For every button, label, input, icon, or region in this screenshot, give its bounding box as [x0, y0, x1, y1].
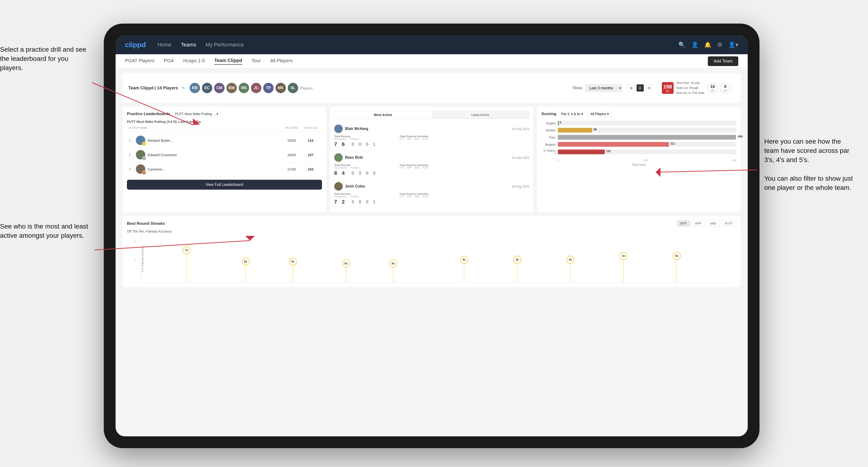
tablet-screen: clippd Home Teams My Performance 🔍 👤 🔔 ⚙… — [116, 35, 748, 436]
pac-stats-header-2: Total Rounds Tournament Practice Total P… — [334, 164, 529, 169]
shot-circle-1: 16 yds — [707, 83, 718, 93]
bell-icon[interactable]: 🔔 — [704, 41, 711, 48]
streak-dot: 4x — [566, 256, 574, 283]
leaderboard-subtitle: PUTT Must Make Putting (3-6 ft), Last 3 … — [127, 120, 322, 124]
leaderboard-header: Practice Leaderboards PUTT Must Make Put… — [127, 111, 322, 117]
avatar-4[interactable]: BM — [226, 83, 237, 93]
practice-leaderboard-panel: Practice Leaderboards PUTT Must Make Put… — [123, 106, 326, 212]
sub-nav-team[interactable]: Team Clippd — [214, 58, 242, 65]
pac-header-2: Rees Britt 02 Sep 2023 — [334, 153, 529, 162]
scoring-header: Scoring Par 3, 4 & 5s ▾ All Players ▾ — [541, 111, 736, 117]
eagles-bar: Eagles 3 — [541, 121, 736, 125]
bar-axis: 0 200 400 — [541, 159, 736, 162]
activity-card-2: Rees Britt 02 Sep 2023 Total Rounds Tour… — [334, 151, 529, 179]
streaks-header: Best Round Streaks OTT APP ARG PUTT — [127, 220, 736, 227]
least-active-tab[interactable]: Least Active — [432, 111, 529, 119]
chevron-down-icon-par: ▾ — [582, 112, 583, 116]
logo: clippd — [125, 41, 146, 49]
nav-links: Home Teams My Performance — [158, 42, 244, 48]
view-full-leaderboard-button[interactable]: View Full Leaderboard — [127, 180, 322, 190]
avatar-5[interactable]: RB — [239, 83, 249, 93]
sub-nav-pga[interactable]: PGA — [164, 58, 174, 64]
birdies-bar: Birdies 96 — [541, 128, 736, 132]
avatar-9[interactable]: SL — [288, 83, 298, 93]
total-rounds-header: Total Rounds Tournament Practice — [334, 135, 399, 140]
streak-dot: 6x — [242, 257, 250, 283]
avatar-1[interactable]: RB — [190, 83, 200, 93]
grid-view-icon[interactable]: ⊞ — [627, 84, 635, 92]
streak-dot: 3x — [673, 252, 681, 283]
annotation-left-top: Select a practice drill and see the lead… — [0, 45, 90, 73]
pac-avatar-1 — [334, 125, 343, 133]
avatar-3[interactable]: CM — [214, 83, 224, 93]
list-view-icon[interactable]: ☰ — [637, 84, 644, 92]
activity-panel: Most Active Least Active Blair McHarg 26… — [330, 106, 533, 212]
arg-tab[interactable]: ARG — [706, 220, 720, 227]
pac-stats-header-3: Total Rounds Tournament Practice Total P… — [334, 192, 529, 198]
detail-view-icon[interactable]: ⊟ — [645, 84, 653, 92]
chevron-down-icon: ▾ — [217, 112, 218, 116]
show-label: Show: — [572, 86, 583, 90]
streak-dot: 7x — [183, 246, 191, 283]
main-content: Team Clippd | 14 Players ✎ RB EC CM BM R… — [116, 68, 748, 436]
scoring-panel: Scoring Par 3, 4 & 5s ▾ All Players ▾ — [537, 106, 741, 212]
streaks-subtitle: Off The Tee, Fairway Accuracy — [127, 229, 736, 233]
edit-icon[interactable]: ✎ — [182, 86, 185, 90]
show-select[interactable]: Last 3 months Last 6 months Last 12 mont… — [585, 84, 622, 92]
leaderboard-row-2: 2 2 Edward Crossman 18/20 107 — [127, 148, 322, 162]
gold-badge: 1 — [142, 142, 146, 146]
sub-nav-pgat[interactable]: PGAT Players — [125, 58, 154, 64]
total-practice-header: Total Practice Activities OTT APP ARG PU… — [400, 135, 529, 140]
nav-link-teams[interactable]: Teams — [181, 42, 196, 48]
ott-tab[interactable]: OTT — [677, 220, 690, 227]
most-active-tab[interactable]: Most Active — [335, 111, 432, 119]
avatar-6[interactable]: JC — [251, 83, 261, 93]
lb-avatar-2: 2 — [136, 150, 145, 159]
pac-header-3: Josh Coles 26 Aug 2023 — [334, 182, 529, 191]
shot-circles: 16 yds 0 yds — [707, 83, 731, 93]
player-filter[interactable]: All Players ▾ — [588, 111, 611, 117]
leaderboard-header-row: PLAYER NAME PB SCORE PB AVG SQ — [127, 126, 322, 131]
sub-nav-hcaps[interactable]: Hcaps 1-5 — [183, 58, 205, 64]
sub-nav-links: PGAT Players PGA Hcaps 1-5 Team Clippd T… — [125, 58, 292, 65]
avatar-7[interactable]: TP — [263, 83, 274, 93]
search-icon[interactable]: 🔍 — [678, 41, 685, 48]
sub-nav-all-players[interactable]: All Players — [270, 58, 292, 64]
top-nav: clippd Home Teams My Performance 🔍 👤 🔔 ⚙… — [116, 35, 748, 54]
players-label: Players — [300, 86, 312, 91]
chevron-down-icon-player: ▾ — [607, 112, 609, 116]
shot-info: Shot Dist: 16 yds Start Lie: Rough End L… — [677, 81, 704, 95]
leaderboard-title: Practice Leaderboards — [127, 112, 170, 116]
shot-number: 198 SC — [662, 82, 674, 94]
streaks-tabs: OTT APP ARG PUTT — [677, 220, 736, 227]
pac-stats-header-1: Total Rounds Tournament Practice Total P… — [334, 135, 529, 140]
shot-card: 198 SC Shot Dist: 16 yds Start Lie: Roug… — [658, 77, 735, 99]
leaderboard-row-1: 1 1 Richard Butler... 19/20 110 — [127, 133, 322, 148]
lb-avatar-3: 3 — [136, 164, 145, 174]
bronze-badge: 3 — [142, 170, 146, 175]
pac-avatar-2 — [334, 153, 343, 162]
pars-bar: Pars 499 — [541, 135, 736, 139]
settings-icon[interactable]: ⚙ — [717, 41, 722, 48]
streak-dot: 4x — [513, 256, 521, 283]
three-col-layout: Practice Leaderboards PUTT Must Make Put… — [123, 106, 741, 212]
view-icons: ⊞ ☰ ⊟ — [627, 84, 653, 92]
avatar-2[interactable]: EC — [202, 83, 212, 93]
app-tab[interactable]: APP — [691, 220, 705, 227]
activity-card-3: Josh Coles 26 Aug 2023 Total Rounds Tour… — [334, 179, 529, 208]
avatar-8[interactable]: MK — [276, 83, 286, 93]
scoring-bar-chart: Eagles 3 Birdies 96 — [541, 120, 736, 158]
people-icon[interactable]: 👤 — [691, 41, 699, 48]
avatar-icon[interactable]: 👤▾ — [728, 41, 738, 48]
nav-link-home[interactable]: Home — [158, 42, 172, 48]
leaderboard-dropdown[interactable]: PUTT Must Make Putting ... ▾ — [173, 111, 221, 117]
streak-dot: 5x — [342, 259, 350, 283]
par-filter[interactable]: Par 3, 4 & 5s ▾ — [559, 111, 586, 117]
putt-tab[interactable]: PUTT — [721, 220, 736, 227]
player-avatars: RB EC CM BM RB JC TP MK SL Players — [190, 83, 312, 93]
sub-nav-tour[interactable]: Tour — [252, 58, 261, 64]
streak-dot: 3x — [619, 252, 627, 283]
nav-icons: 🔍 👤 🔔 ⚙ 👤▾ — [678, 41, 738, 48]
nav-link-performance[interactable]: My Performance — [206, 42, 244, 48]
add-team-button[interactable]: Add Team — [708, 56, 738, 66]
